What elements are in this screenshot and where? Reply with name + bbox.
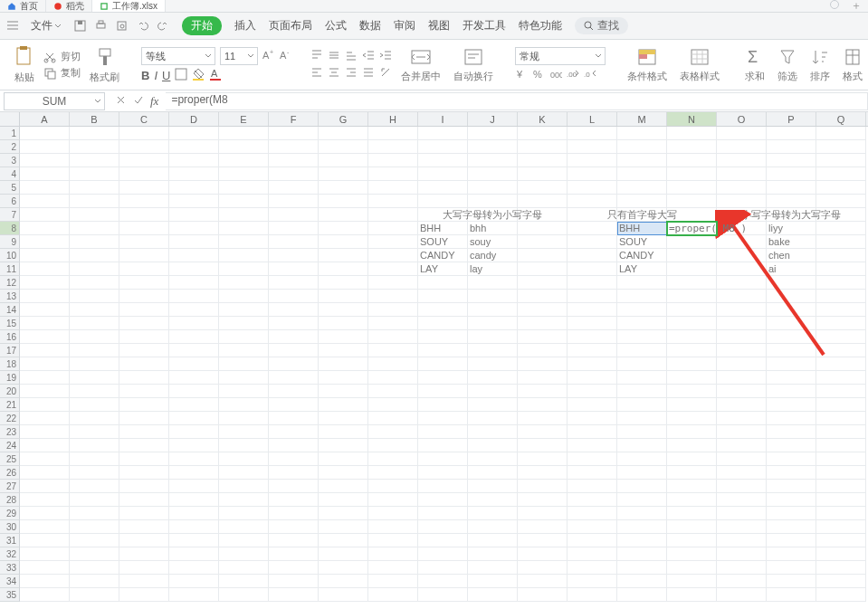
cell-E3[interactable] — [219, 154, 269, 167]
cell-K14[interactable] — [518, 303, 568, 317]
cell-M18[interactable] — [617, 357, 667, 371]
cell-L12[interactable] — [568, 276, 617, 290]
cell-C3[interactable] — [119, 154, 169, 167]
cell-H34[interactable] — [368, 575, 418, 588]
cell-O13[interactable] — [717, 290, 767, 303]
row-header[interactable]: 29 — [0, 507, 20, 520]
cell-K7[interactable] — [518, 208, 568, 222]
print-preview-icon[interactable] — [116, 20, 128, 32]
cell-D19[interactable] — [169, 371, 219, 385]
cell-G25[interactable] — [319, 452, 368, 466]
cell-P26[interactable] — [767, 466, 816, 480]
cell-Q20[interactable] — [816, 385, 866, 398]
cell-F25[interactable] — [269, 452, 319, 466]
row-header[interactable]: 9 — [0, 235, 20, 249]
cell-E5[interactable] — [219, 181, 269, 195]
cell-A32[interactable] — [20, 547, 70, 561]
col-header-I[interactable]: I — [418, 112, 468, 126]
col-header-A[interactable]: A — [20, 112, 70, 126]
cell-G22[interactable] — [319, 412, 368, 425]
cell-L19[interactable] — [568, 371, 617, 385]
cell-J1[interactable] — [468, 127, 518, 140]
cell-G21[interactable] — [319, 398, 368, 412]
cell-Q25[interactable] — [816, 452, 866, 466]
cell-O16[interactable] — [717, 330, 767, 344]
cell-N14[interactable] — [667, 303, 717, 317]
cell-O33[interactable] — [717, 561, 767, 575]
cell-I30[interactable] — [418, 520, 468, 534]
table-style-button[interactable]: 表格样式 — [676, 47, 723, 83]
cell-C9[interactable] — [119, 235, 169, 249]
italic-icon[interactable]: I — [154, 69, 157, 82]
cell-O9[interactable] — [717, 235, 767, 249]
comma-icon[interactable]: 000 — [549, 68, 562, 82]
cell-N19[interactable] — [667, 371, 717, 385]
cell-N34[interactable] — [667, 575, 717, 588]
underline-icon[interactable]: U — [162, 69, 170, 82]
cell-O11[interactable] — [717, 262, 767, 276]
cell-N33[interactable] — [667, 561, 717, 575]
merge-center-button[interactable]: 合并居中 — [397, 47, 444, 83]
cell-D14[interactable] — [169, 303, 219, 317]
cell-Q16[interactable] — [816, 330, 866, 344]
cell-I24[interactable] — [418, 439, 468, 452]
cell-J24[interactable] — [468, 439, 518, 452]
cell-L22[interactable] — [568, 412, 617, 425]
cell-F14[interactable] — [269, 303, 319, 317]
cell-I29[interactable] — [418, 507, 468, 520]
cell-P19[interactable] — [767, 371, 816, 385]
cell-N27[interactable] — [667, 480, 717, 493]
cell-P2[interactable] — [767, 140, 816, 154]
cell-O20[interactable] — [717, 385, 767, 398]
row-header[interactable]: 26 — [0, 466, 20, 480]
cell-P6[interactable] — [767, 195, 816, 208]
cell-Q3[interactable] — [816, 154, 866, 167]
cell-F8[interactable] — [269, 222, 319, 235]
cell-B16[interactable] — [70, 330, 119, 344]
cell-E6[interactable] — [219, 195, 269, 208]
cell-L35[interactable] — [568, 588, 617, 602]
cell-N11[interactable] — [667, 262, 717, 276]
cell-M33[interactable] — [617, 561, 667, 575]
cell-I8[interactable]: BHH — [418, 222, 468, 235]
wrap-text-button[interactable]: 自动换行 — [450, 47, 497, 83]
cell-L15[interactable] — [568, 317, 617, 330]
cell-C20[interactable] — [119, 385, 169, 398]
increase-indent-icon[interactable] — [379, 49, 392, 63]
row-header[interactable]: 20 — [0, 385, 20, 398]
cell-C10[interactable] — [119, 249, 169, 262]
cell-P12[interactable] — [767, 276, 816, 290]
cell-C14[interactable] — [119, 303, 169, 317]
justify-icon[interactable] — [362, 66, 375, 81]
cell-M16[interactable] — [617, 330, 667, 344]
cell-P10[interactable]: chen — [767, 249, 816, 262]
cell-I32[interactable] — [418, 547, 468, 561]
cell-H13[interactable] — [368, 290, 418, 303]
fx-icon[interactable]: fx — [150, 94, 158, 109]
cell-D11[interactable] — [169, 262, 219, 276]
cell-I18[interactable] — [418, 357, 468, 371]
cell-K13[interactable] — [518, 290, 568, 303]
cell-E18[interactable] — [219, 357, 269, 371]
cell-N2[interactable] — [667, 140, 717, 154]
cell-K16[interactable] — [518, 330, 568, 344]
col-header-G[interactable]: G — [319, 112, 368, 126]
cell-O12[interactable] — [717, 276, 767, 290]
ribbon-tab-start[interactable]: 开始 — [182, 16, 222, 35]
cell-K24[interactable] — [518, 439, 568, 452]
cell-B32[interactable] — [70, 547, 119, 561]
cell-M7[interactable]: 只有首字母大写 — [617, 208, 667, 222]
cell-C31[interactable] — [119, 534, 169, 547]
fill-color-icon[interactable] — [192, 68, 205, 82]
ribbon-tab-insert[interactable]: 插入 — [234, 18, 256, 33]
cell-E33[interactable] — [219, 561, 269, 575]
cell-P13[interactable] — [767, 290, 816, 303]
cell-J35[interactable] — [468, 588, 518, 602]
cell-L23[interactable] — [568, 425, 617, 439]
cell-L28[interactable] — [568, 493, 617, 507]
cell-M22[interactable] — [617, 412, 667, 425]
cell-K32[interactable] — [518, 547, 568, 561]
cell-F13[interactable] — [269, 290, 319, 303]
cell-E8[interactable] — [219, 222, 269, 235]
row-header[interactable]: 12 — [0, 276, 20, 290]
